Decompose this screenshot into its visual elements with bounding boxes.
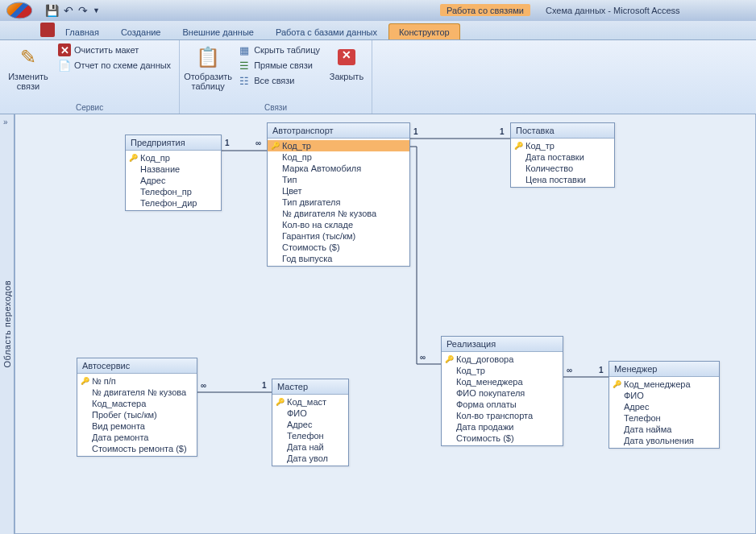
table-fields: Код_прНазваниеАдресТелефон_прТелефон_дир xyxy=(126,151,221,210)
all-relationships-button[interactable]: ☷ Все связи xyxy=(235,73,323,88)
field-item[interactable]: Тип xyxy=(268,174,409,185)
field-item[interactable]: Код_тр xyxy=(268,140,409,151)
office-button[interactable] xyxy=(6,2,32,19)
field-item[interactable]: Вид ремонта xyxy=(77,420,197,432)
hide-table-icon: ▦ xyxy=(238,43,251,56)
table-header[interactable]: Мастер xyxy=(272,379,348,395)
field-item[interactable]: Стоимость ($) xyxy=(442,433,563,444)
field-item[interactable]: Телефон_дир xyxy=(126,197,221,209)
ribbon: ✎ Изменить связи ✕ Очистить макет 📄 Отче… xyxy=(0,40,756,114)
ribbon-tabs: Главная Создание Внешние данные Работа с… xyxy=(0,21,756,40)
clear-layout-icon: ✕ xyxy=(58,43,71,56)
access-app-icon xyxy=(40,23,55,37)
field-item[interactable]: Количество xyxy=(511,163,614,174)
field-item[interactable]: Код_тр xyxy=(511,140,614,151)
field-item[interactable]: Адрес xyxy=(126,175,221,186)
tab-design[interactable]: Конструктор xyxy=(388,23,460,39)
table-autotransport[interactable]: Автотранспорт Код_трКод_прМарка Автомоби… xyxy=(267,122,410,267)
table-autoservice[interactable]: Автосервис № п/п№ двигателя № кузоваКод_… xyxy=(77,358,197,457)
table-header[interactable]: Поставка xyxy=(511,123,614,139)
field-item[interactable]: Стоимость ремонта ($) xyxy=(77,443,197,454)
field-item[interactable]: Марка Автомобиля xyxy=(268,163,409,174)
rel-many: ∞ xyxy=(567,366,572,375)
field-item[interactable]: Адрес xyxy=(609,401,719,412)
field-item[interactable]: Цвет xyxy=(268,185,409,197)
rel-many: ∞ xyxy=(201,381,206,390)
table-header[interactable]: Автосервис xyxy=(77,358,197,374)
field-item[interactable]: Дата ремонта xyxy=(77,432,197,443)
field-item[interactable]: Код_мастера xyxy=(77,398,197,409)
undo-icon[interactable]: ↶ xyxy=(62,4,75,17)
field-item[interactable]: Код_договора xyxy=(442,354,563,365)
field-item[interactable]: Дата увольнения xyxy=(609,435,719,446)
field-item[interactable]: Дата увол xyxy=(272,453,348,464)
field-item[interactable]: № п/п xyxy=(77,375,197,387)
field-item[interactable]: Телефон xyxy=(272,430,348,441)
redo-icon[interactable]: ↷ xyxy=(77,4,89,17)
field-item[interactable]: Код_менеджера xyxy=(442,376,563,387)
tab-external-data[interactable]: Внешние данные xyxy=(172,23,264,39)
field-item[interactable]: Код_тр xyxy=(442,365,563,376)
relationships-canvas[interactable]: 1 ∞ 1 1 ∞ ∞ 1 ∞ 1 Предприятия Код_прНазв… xyxy=(15,114,756,534)
table-sales[interactable]: Реализация Код_договораКод_трКод_менедже… xyxy=(441,336,563,446)
field-item[interactable]: Стоимость ($) xyxy=(268,242,409,253)
table-header[interactable]: Предприятия xyxy=(126,135,221,151)
edit-relationships-button[interactable]: ✎ Изменить связи xyxy=(5,43,52,93)
field-item[interactable]: Год выпуска xyxy=(268,253,409,264)
field-item[interactable]: Кол-во на складе xyxy=(268,219,409,230)
table-fields: Код_трДата поставкиКоличествоЦена постав… xyxy=(511,139,614,187)
field-item[interactable]: Дата найма xyxy=(609,424,719,435)
field-item[interactable]: Код_пр xyxy=(268,151,409,163)
field-item[interactable]: Пробег (тыс/км) xyxy=(77,409,197,420)
tab-home[interactable]: Главная xyxy=(55,23,110,39)
field-item[interactable]: Дата най xyxy=(272,441,348,453)
field-item[interactable]: ФИО xyxy=(272,408,348,419)
field-item[interactable]: № двигателя № кузова xyxy=(268,208,409,219)
show-table-button[interactable]: 📋 Отобразить таблицу xyxy=(185,43,231,93)
relationship-report-icon: 📄 xyxy=(58,59,71,72)
navigation-pane-collapsed[interactable]: » Область переходов xyxy=(0,114,15,534)
context-tab-group-label: Работа со связями xyxy=(440,4,530,16)
field-item[interactable]: Гарантия (тыс/км) xyxy=(268,230,409,242)
field-item[interactable]: Код_маст xyxy=(272,396,348,408)
table-enterprises[interactable]: Предприятия Код_прНазваниеАдресТелефон_п… xyxy=(125,135,222,211)
hide-table-button[interactable]: ▦ Скрыть таблицу xyxy=(235,43,323,57)
table-master[interactable]: Мастер Код_мастФИОАдресТелефонДата найДа… xyxy=(272,379,349,466)
rel-many: ∞ xyxy=(255,139,261,147)
relationship-report-button[interactable]: 📄 Отчет по схеме данных xyxy=(55,58,174,72)
field-item[interactable]: № двигателя № кузова xyxy=(77,387,197,398)
direct-relationships-button[interactable]: ☰ Прямые связи xyxy=(235,58,323,72)
direct-relationships-icon: ☰ xyxy=(238,59,251,72)
table-fields: Код_трКод_прМарка АвтомобиляТипЦветТип д… xyxy=(268,139,409,266)
table-supply[interactable]: Поставка Код_трДата поставкиКоличествоЦе… xyxy=(510,122,615,188)
clear-layout-button[interactable]: ✕ Очистить макет xyxy=(55,43,174,57)
field-item[interactable]: Цена поставки xyxy=(511,174,614,185)
table-header[interactable]: Менеджер xyxy=(609,362,719,377)
close-button[interactable]: ✕ Закрыть xyxy=(326,43,367,83)
table-manager[interactable]: Менеджер Код_менеджераФИОАдресТелефонДат… xyxy=(609,361,720,449)
table-header[interactable]: Автотранспорт xyxy=(268,123,409,139)
quick-access-toolbar: 💾 ↶ ↷ ▼ xyxy=(44,4,102,17)
field-item[interactable]: ФИО xyxy=(609,390,719,401)
tab-create[interactable]: Создание xyxy=(110,23,172,39)
field-item[interactable]: Тип двигателя xyxy=(268,197,409,208)
field-item[interactable]: Код_пр xyxy=(126,152,221,164)
field-item[interactable]: Название xyxy=(126,164,221,175)
field-item[interactable]: ФИО покупателя xyxy=(442,387,563,399)
field-item[interactable]: Телефон_пр xyxy=(126,186,221,197)
field-item[interactable]: Телефон xyxy=(609,412,719,424)
tab-database-tools[interactable]: Работа с базами данных xyxy=(265,23,388,39)
navigation-pane-label: Область переходов xyxy=(2,280,12,367)
table-header[interactable]: Реализация xyxy=(442,337,563,352)
rel-one: 1 xyxy=(413,127,418,136)
field-item[interactable]: Адрес xyxy=(272,419,348,430)
rel-one: 1 xyxy=(225,139,230,147)
field-item[interactable]: Форма оплаты xyxy=(442,399,563,410)
qat-dropdown-icon[interactable]: ▼ xyxy=(91,6,102,14)
field-item[interactable]: Кол-во транспорта xyxy=(442,410,563,421)
field-item[interactable]: Дата продажи xyxy=(442,421,563,433)
save-icon[interactable]: 💾 xyxy=(44,4,60,17)
field-item[interactable]: Код_менеджера xyxy=(609,379,719,390)
field-item[interactable]: Дата поставки xyxy=(511,151,614,163)
ribbon-group-service: ✎ Изменить связи ✕ Очистить макет 📄 Отче… xyxy=(0,40,180,114)
